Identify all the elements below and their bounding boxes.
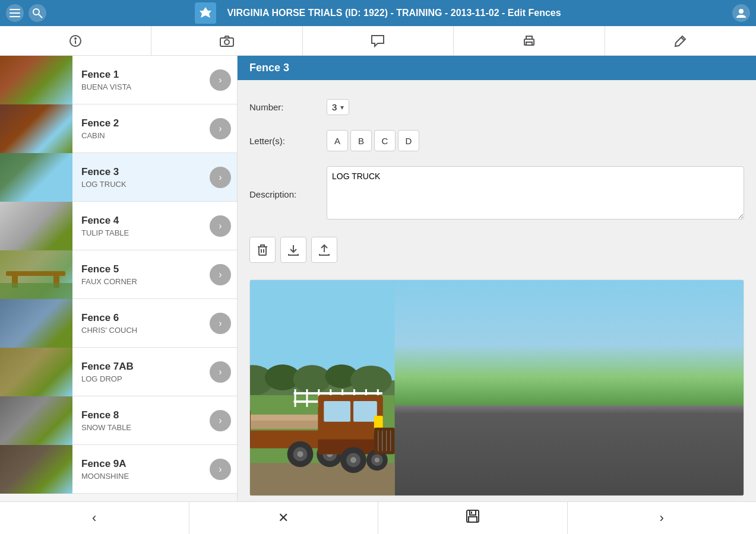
main-layout: Fence 1 BUENA VISTA › Fence 2 CABIN › Fe… bbox=[0, 56, 756, 501]
user-icon[interactable] bbox=[732, 4, 750, 22]
tab-bar bbox=[0, 26, 756, 56]
fence-desc-7: LOG DROP bbox=[81, 374, 201, 383]
fence-desc-8: SNOW TABLE bbox=[81, 423, 201, 432]
fence-thumb-2 bbox=[0, 104, 72, 153]
svg-rect-85 bbox=[469, 517, 477, 522]
letter-btn-b[interactable]: B bbox=[350, 130, 372, 151]
svg-point-3 bbox=[33, 9, 39, 15]
detail-header: Fence 3 bbox=[238, 56, 756, 80]
fence-item-4[interactable]: Fence 4 TULIP TABLE › bbox=[0, 202, 237, 250]
fence-name-7: Fence 7AB bbox=[81, 361, 201, 373]
fence-item-8[interactable]: Fence 8 SNOW TABLE › bbox=[0, 396, 237, 445]
fence-desc-4: TULIP TABLE bbox=[81, 228, 201, 237]
svg-rect-69 bbox=[353, 401, 377, 422]
fence-item-1[interactable]: Fence 1 BUENA VISTA › bbox=[0, 56, 237, 104]
number-label: Number: bbox=[249, 102, 327, 112]
tab-edit[interactable] bbox=[605, 26, 756, 55]
fence-thumb-6 bbox=[0, 299, 72, 348]
svg-rect-78 bbox=[374, 428, 395, 454]
fence-name-6: Fence 6 bbox=[81, 312, 201, 324]
svg-rect-84 bbox=[470, 510, 476, 515]
letters-label: Letter(s): bbox=[249, 136, 327, 146]
fence-arrow-6: › bbox=[210, 313, 231, 334]
fence-photo bbox=[250, 280, 744, 495]
fence-name-9: Fence 9A bbox=[81, 458, 201, 470]
fence-item-7[interactable]: Fence 7AB LOG DROP › bbox=[0, 348, 237, 396]
fence-arrow-2: › bbox=[210, 118, 231, 139]
svg-point-54 bbox=[298, 451, 303, 457]
fence-info-6: Fence 6 CHRIS' COUCH bbox=[72, 306, 210, 341]
description-label: Description: bbox=[249, 189, 327, 199]
fence-desc-9: MOONSHINE bbox=[81, 472, 201, 481]
bottom-bar: ‹ ✕ › bbox=[0, 501, 756, 534]
fence-item-6[interactable]: Fence 6 CHRIS' COUCH › bbox=[0, 299, 237, 348]
search-icon[interactable] bbox=[29, 4, 46, 22]
letter-btn-a[interactable]: A bbox=[327, 130, 348, 151]
svg-line-4 bbox=[39, 14, 42, 18]
fence-thumb-1 bbox=[0, 56, 72, 104]
fence-item-2[interactable]: Fence 2 CABIN › bbox=[0, 104, 237, 153]
fence-thumb-7 bbox=[0, 348, 72, 396]
svg-rect-15 bbox=[6, 271, 65, 276]
detail-panel: Fence 3 Number: 3 ▾ Letter(s): A bbox=[238, 56, 756, 501]
svg-rect-1 bbox=[10, 12, 20, 14]
svg-point-74 bbox=[350, 457, 356, 463]
svg-rect-35 bbox=[306, 389, 308, 407]
fence-info-9: Fence 9A MOONSHINE bbox=[72, 452, 210, 487]
prev-button[interactable]: ‹ bbox=[0, 502, 189, 534]
header-right-icons bbox=[732, 4, 750, 22]
fence-arrow-7: › bbox=[210, 361, 231, 383]
detail-body: Number: 3 ▾ Letter(s): A B C D bbox=[238, 80, 756, 501]
download-button[interactable] bbox=[280, 237, 306, 263]
svg-point-32 bbox=[350, 365, 392, 395]
fence-arrow-4: › bbox=[210, 215, 231, 237]
fence-thumb-9 bbox=[0, 445, 72, 494]
tab-info[interactable] bbox=[0, 26, 151, 55]
fence-arrow-1: › bbox=[210, 69, 231, 91]
tab-print[interactable] bbox=[454, 26, 605, 55]
save-button[interactable] bbox=[378, 502, 568, 534]
description-input[interactable]: LOG TRUCK bbox=[327, 166, 744, 220]
detail-title: Fence 3 bbox=[249, 62, 289, 74]
svg-rect-19 bbox=[259, 247, 266, 255]
svg-rect-12 bbox=[526, 42, 532, 45]
fence-desc-5: FAUX CORNER bbox=[81, 277, 201, 286]
fence-item-9[interactable]: Fence 9A MOONSHINE › bbox=[0, 445, 237, 494]
delete-button[interactable] bbox=[249, 237, 276, 263]
letter-btn-d[interactable]: D bbox=[398, 130, 419, 151]
fence-name-8: Fence 8 bbox=[81, 409, 201, 421]
fence-name-5: Fence 5 bbox=[81, 263, 201, 275]
fence-item-5[interactable]: Fence 5 FAUX CORNER › bbox=[0, 250, 237, 299]
letter-btn-c[interactable]: C bbox=[374, 130, 396, 151]
fence-info-2: Fence 2 CABIN bbox=[72, 112, 210, 146]
svg-rect-34 bbox=[295, 389, 296, 407]
fence-thumb-4 bbox=[0, 202, 72, 250]
page-title: VIRGINIA HORSE TRIALS (ID: 1922) - TRAIN… bbox=[227, 8, 561, 18]
menu-icon[interactable] bbox=[6, 4, 24, 22]
fence-arrow-9: › bbox=[210, 459, 231, 480]
fence-desc-2: CABIN bbox=[81, 131, 201, 140]
cancel-button[interactable]: ✕ bbox=[189, 502, 379, 534]
letters-row: Letter(s): A B C D bbox=[249, 123, 744, 159]
description-row: Description: LOG TRUCK bbox=[249, 159, 744, 230]
tab-camera[interactable] bbox=[151, 26, 303, 55]
svg-rect-18 bbox=[0, 283, 72, 299]
fence-list: Fence 1 BUENA VISTA › Fence 2 CABIN › Fe… bbox=[0, 56, 238, 501]
fence-info-1: Fence 1 BUENA VISTA bbox=[72, 63, 210, 97]
save-icon bbox=[466, 509, 480, 527]
svg-rect-86 bbox=[471, 511, 472, 514]
fence-thumb-3 bbox=[0, 153, 72, 202]
fence-thumb-5 bbox=[0, 250, 72, 299]
prev-icon: ‹ bbox=[92, 510, 96, 526]
upload-button[interactable] bbox=[311, 237, 337, 263]
chevron-down-icon: ▾ bbox=[340, 103, 344, 112]
fence-name-1: Fence 1 bbox=[81, 69, 201, 81]
next-icon: › bbox=[660, 510, 664, 526]
tab-comments[interactable] bbox=[303, 26, 454, 55]
fence-name-3: Fence 3 bbox=[81, 166, 201, 178]
svg-point-30 bbox=[293, 365, 331, 393]
number-select[interactable]: 3 ▾ bbox=[327, 99, 349, 115]
fence-item-3[interactable]: Fence 3 LOG TRUCK › bbox=[0, 153, 237, 202]
next-button[interactable]: › bbox=[568, 502, 757, 534]
action-buttons bbox=[249, 230, 744, 271]
